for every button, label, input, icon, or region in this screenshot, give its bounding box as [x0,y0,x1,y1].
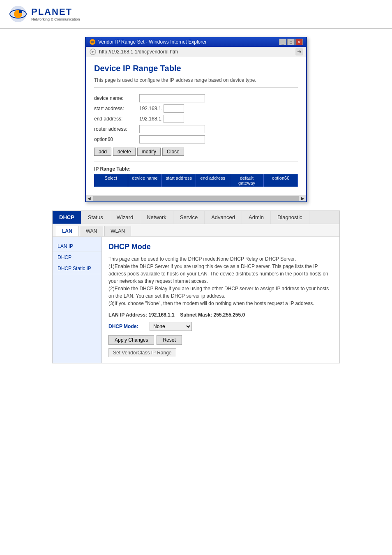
tab-diagnostic[interactable]: Diagnostic [271,211,309,224]
device-name-row: device name: [94,94,298,102]
ie-titlebar: Vendor IP Range Set - Windows Internet E… [86,37,306,47]
ie-scroll-right[interactable]: ▶ [300,196,306,201]
content-area: DHCP Mode This page can be used to confi… [102,237,339,363]
content-info-lan: LAN IP Address: 192.168.1.1 Subnet Mask:… [108,312,333,318]
option60-label: option60 [94,136,139,142]
ie-scroll-bar [93,196,299,201]
tab-network[interactable]: Network [140,211,173,224]
page-header: PLANET Networking & Communication [0,0,392,29]
ie-address: http://192.168.1.1/dhcpvendorbl.htm [99,49,178,55]
dhcp-mode-label: DHCP Mode: [108,324,150,329]
ip-range-title: IP Range Table: [94,162,298,172]
tab-service[interactable]: Service [173,211,205,224]
content-desc: This page can be used to config the DHCP… [108,255,333,307]
router-address-row: router address: [94,125,298,133]
sub-tabs: LAN WAN WLAN [53,224,339,237]
end-address-label: end address: [94,116,139,122]
start-address-label: start address: [94,106,139,111]
col-device-name: device name [128,174,162,187]
col-default-gateway: default gateway [230,174,264,187]
tab-dhcp[interactable]: DHCP [53,211,81,224]
tab-status[interactable]: Status [81,211,110,224]
apply-changes-button[interactable]: Apply Changes [108,335,154,345]
form-actions: add delete modify Close [94,148,298,156]
start-address-ip-row: 192.168.1. [139,104,184,113]
col-select: Select [94,174,128,187]
tab-wizard[interactable]: Wizard [110,211,140,224]
subtab-wlan[interactable]: WLAN [104,226,131,236]
subnet-value: 255.255.255.0 [213,312,245,318]
lan-ip-value: 192.168.1.1 [148,312,174,318]
reset-button[interactable]: Reset [157,335,182,345]
ip-range-table-header: Select device name start address end add… [94,174,298,187]
start-address-prefix: 192.168.1. [139,106,163,111]
tab-advanced[interactable]: Advanced [205,211,242,224]
sidebar-item-lan-ip[interactable]: LAN IP [53,241,101,252]
ie-title: Vendor IP Range Set - Windows Internet E… [98,39,207,45]
nav-tabs: DHCP Status Wizard Network Service Advan… [53,211,339,224]
ie-refresh-icon [89,48,97,56]
router-body: LAN IP DHCP DHCP Static IP DHCP Mode Thi… [53,237,339,363]
router-address-input[interactable] [139,125,205,133]
sidebar-item-dhcp-static-ip[interactable]: DHCP Static IP [53,263,101,274]
ie-titlebar-icon [89,39,96,45]
modify-button[interactable]: modify [137,148,161,156]
ie-go-icon[interactable] [295,48,303,56]
delete-button[interactable]: delete [113,148,136,156]
end-address-row: end address: 192.168.1. [94,115,298,123]
subtab-lan[interactable]: LAN [56,226,78,236]
col-start-address: start address [162,174,196,187]
dhcp-mode-row: DHCP Mode: None DHCP Server DHCP Relay [108,322,333,331]
ie-window: Vendor IP Range Set - Windows Internet E… [85,37,307,202]
ie-addressbar: http://192.168.1.1/dhcpvendorbl.htm [86,47,306,57]
ie-scrollbar-bottom: ◀ ▶ [86,195,306,201]
content-title: DHCP Mode [108,243,333,251]
subtab-wan[interactable]: WAN [80,226,104,236]
end-address-input[interactable] [164,115,184,123]
ie-scroll-left[interactable]: ◀ [86,196,92,201]
start-address-row: start address: 192.168.1. [94,104,298,113]
device-name-input[interactable] [139,94,205,102]
logo-sub: Networking & Communication [31,17,80,21]
end-address-prefix: 192.168.1. [139,116,163,122]
start-address-input[interactable] [164,104,184,113]
vendor-class-ip-range-button[interactable]: Set VendorClass IP Range [108,348,176,357]
logo-area: PLANET Networking & Communication [8,4,80,24]
device-ip-desc: This page is used to configure the IP ad… [94,77,298,88]
subnet-label: Subnet Mask: [180,312,212,318]
logo-planet: PLANET [31,7,80,17]
sidebar-item-dhcp[interactable]: DHCP [53,252,101,263]
tab-admin[interactable]: Admin [242,211,271,224]
option60-input[interactable] [139,135,205,143]
option60-row: option60 [94,135,298,143]
device-ip-title: Device IP Range Table [94,64,298,73]
ie-minimize-button[interactable]: _ [279,39,286,45]
col-option60: option60 [264,174,298,187]
ie-titlebar-left: Vendor IP Range Set - Windows Internet E… [89,39,207,45]
logo-text: PLANET Networking & Communication [31,7,80,21]
svg-point-3 [19,10,22,13]
ie-body: Device IP Range Table This page is used … [86,57,306,193]
sidebar: LAN IP DHCP DHCP Static IP [53,237,102,363]
planet-logo-icon [8,4,28,24]
dhcp-actions: Apply Changes Reset [108,335,333,345]
router-address-label: router address: [94,126,139,132]
device-name-label: device name: [94,95,139,101]
main-content: Vendor IP Range Set - Windows Internet E… [0,29,392,372]
router-ui: DHCP Status Wizard Network Service Advan… [52,210,340,363]
vendor-btn-area: Set VendorClass IP Range [108,348,333,357]
end-address-ip-row: 192.168.1. [139,115,184,123]
ie-maximize-button[interactable]: □ [287,39,295,45]
add-button[interactable]: add [94,148,111,156]
close-button[interactable]: Close [162,148,184,156]
col-end-address: end address [196,174,230,187]
ie-titlebar-buttons: _ □ ✕ [279,39,303,45]
lan-ip-label: LAN IP Address: [108,312,147,318]
dhcp-mode-select[interactable]: None DHCP Server DHCP Relay [150,322,192,331]
ie-close-button[interactable]: ✕ [295,39,303,45]
